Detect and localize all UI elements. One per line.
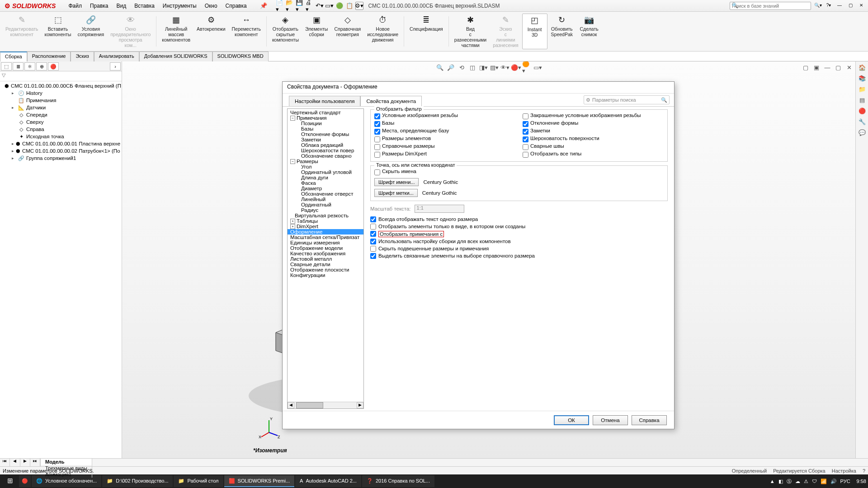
ribbon-tab-0[interactable]: Сборка	[0, 52, 27, 61]
option-checkbox-1[interactable]	[370, 224, 376, 230]
tray-icon-0[interactable]: ▲	[770, 479, 775, 484]
save-icon[interactable]: 💾▾	[296, 2, 304, 10]
scene-icon[interactable]: 🔴▾	[511, 63, 520, 71]
ribbon-14[interactable]: ◰Instant3D	[522, 14, 547, 49]
expander-icon[interactable]: ▸	[12, 156, 16, 160]
tree-item-0[interactable]: ▸🕘History	[2, 89, 120, 97]
pin-icon[interactable]: 📌	[259, 2, 268, 10]
options-icon[interactable]: ⚙▾	[355, 2, 363, 10]
category-1[interactable]: −Примечания	[288, 115, 363, 121]
zoom-fit-icon[interactable]: 🔍	[435, 63, 444, 71]
prev-view-icon[interactable]: ⟲	[457, 63, 466, 71]
tree-item-1[interactable]: 📋Примечания	[2, 97, 120, 104]
vp-minimize-icon[interactable]: —	[823, 63, 832, 71]
ribbon-12[interactable]: ✱Видсразнесеннымичастями	[452, 14, 489, 49]
option-checkbox-2[interactable]	[370, 231, 376, 237]
ribbon-5[interactable]: ⚙Автокрепежи	[194, 14, 228, 49]
category-6[interactable]: Облака редакций	[288, 142, 363, 148]
category-4[interactable]: Отклонение формы	[288, 131, 363, 137]
vp-restore-icon[interactable]: ▢	[834, 63, 843, 71]
fm-tab-config[interactable]: ≣	[13, 62, 24, 70]
filter-checkbox[interactable]	[523, 152, 528, 158]
display-style-icon[interactable]: ▨▾	[490, 63, 499, 71]
ribbon-1[interactable]: ⬚Вставитькомпоненты	[42, 14, 74, 49]
tp-forum-icon[interactable]: 💬	[858, 129, 866, 137]
restore-icon[interactable]: ▢	[846, 3, 854, 9]
category-30[interactable]: Конфигурации	[288, 272, 363, 278]
tp-design-icon[interactable]: 📚	[858, 75, 866, 83]
scroll-last-icon[interactable]: ⏭	[30, 459, 40, 466]
dialog-search[interactable]: ⚙ Параметры поиска 🔍	[584, 95, 670, 104]
tp-file-icon[interactable]: 📁	[858, 86, 866, 94]
ribbon-tab-4[interactable]: Добавления SOLIDWORKS	[139, 52, 212, 61]
menu-вид[interactable]: Вид	[113, 2, 130, 10]
scroll-first-icon[interactable]: ⏮	[0, 459, 10, 466]
taskbar-app-4[interactable]: AAutodesk AutoCAD 2...	[295, 475, 361, 487]
ribbon-9[interactable]: ◇Справочнаягеометрия	[331, 14, 363, 49]
taskbar-app-3[interactable]: 🟥SOLIDWORKS Premi...	[224, 475, 295, 487]
category-25[interactable]: Отображение модели	[288, 245, 363, 251]
ribbon-2[interactable]: 🔗Условиясопряжения	[75, 14, 107, 49]
tree-item-5[interactable]: ◇Справа	[2, 126, 120, 133]
tree-item-2[interactable]: ▸📐Датчики	[2, 104, 120, 111]
minimize-icon[interactable]: —	[835, 3, 844, 9]
hide-show-icon[interactable]: 👁▾	[500, 63, 509, 71]
ok-button[interactable]: ОК	[554, 415, 589, 425]
category-16[interactable]: Линейный	[288, 197, 363, 202]
opera-icon[interactable]: 🔴	[19, 475, 31, 487]
ribbon-10[interactable]: ⏱Новоеисследованиедвижения	[364, 14, 401, 49]
filter-checkbox[interactable]	[523, 129, 528, 135]
zoom-area-icon[interactable]: 🔎	[446, 63, 455, 71]
expander-icon[interactable]: ▸	[12, 149, 14, 153]
category-5[interactable]: Заметки	[288, 137, 363, 142]
tp-view-icon[interactable]: ▤	[858, 97, 866, 105]
tree-item-7[interactable]: ▸⬢СМС 01.01.00.00.00.01 Пластина верхне	[2, 140, 120, 147]
tray-icon-1[interactable]: ◧	[778, 479, 783, 484]
section-icon[interactable]: ◫	[468, 63, 477, 71]
category-15[interactable]: Обозначение отверст	[288, 191, 363, 197]
filter-checkbox[interactable]	[523, 113, 528, 119]
tree-h-scrollbar[interactable]: ◀ ▶	[288, 402, 363, 408]
menu-файл[interactable]: Файл	[65, 2, 85, 10]
name-font-button[interactable]: Шрифт имени...	[374, 178, 419, 186]
ribbon-16[interactable]: 📷Сделатьснимок	[576, 14, 602, 49]
tray-icon-2[interactable]: Ⓢ	[787, 478, 792, 485]
tp-home-icon[interactable]: 🏠	[858, 64, 866, 72]
filter-checkbox[interactable]	[523, 144, 528, 150]
fm-filter[interactable]: ▽	[0, 71, 122, 81]
start-button[interactable]: ⊞	[2, 475, 18, 487]
category-9[interactable]: −Размеры	[288, 159, 363, 164]
filter-checkbox[interactable]	[374, 136, 380, 142]
category-19[interactable]: Виртуальная резкость	[288, 213, 363, 218]
category-10[interactable]: Угол	[288, 164, 363, 169]
tree-expander-icon[interactable]: −	[290, 116, 295, 121]
viewport-icon[interactable]: ▭▾	[533, 63, 542, 71]
taskbar-app-2[interactable]: 📁Рабочий стол	[174, 475, 223, 487]
ribbon-6[interactable]: ↔Переместитькомпонент	[229, 14, 264, 49]
tree-item-6[interactable]: ✦Исходная точка	[2, 133, 120, 140]
help-icon[interactable]: ?▾	[825, 3, 833, 9]
ribbon-tab-3[interactable]: Анализировать	[94, 52, 139, 61]
category-11[interactable]: Ординатный угловой	[288, 169, 363, 175]
select-icon[interactable]: ▭▾	[326, 2, 334, 10]
category-8[interactable]: Обозначение сварно	[288, 153, 363, 159]
category-21[interactable]: +DimXpert	[288, 224, 363, 229]
cancel-button[interactable]: Отмена	[593, 415, 628, 425]
ribbon-tab-2[interactable]: Эскиз	[71, 52, 94, 61]
fm-tab-tree[interactable]: ⬚	[1, 62, 12, 70]
menu-инструменты[interactable]: Инструменты	[159, 2, 200, 10]
filter-checkbox[interactable]	[523, 136, 528, 142]
ribbon-7[interactable]: ◈Отобразитьскрытыекомпоненты	[269, 14, 302, 49]
search-dropdown-icon[interactable]: 🔍▾	[814, 3, 822, 9]
filter-checkbox[interactable]	[374, 129, 380, 135]
print-icon[interactable]: 🖨▾	[306, 2, 314, 10]
taskbar-app-0[interactable]: 🌐Условное обозначен...	[32, 475, 101, 487]
tree-item-8[interactable]: ▸⬢СМС 01.01.00.00.00.02 Патрубок<1> (По	[2, 147, 120, 155]
tray-icon-3[interactable]: ☁	[795, 479, 800, 484]
category-12[interactable]: Длина дуги	[288, 175, 363, 180]
category-18[interactable]: Радиус	[288, 207, 363, 213]
tree-item-4[interactable]: ◇Сверху	[2, 118, 120, 126]
hide-names-checkbox[interactable]	[374, 169, 380, 175]
ribbon-tab-5[interactable]: SOLIDWORKS MBD	[212, 52, 269, 61]
new-icon[interactable]: 📄▾	[276, 2, 284, 10]
